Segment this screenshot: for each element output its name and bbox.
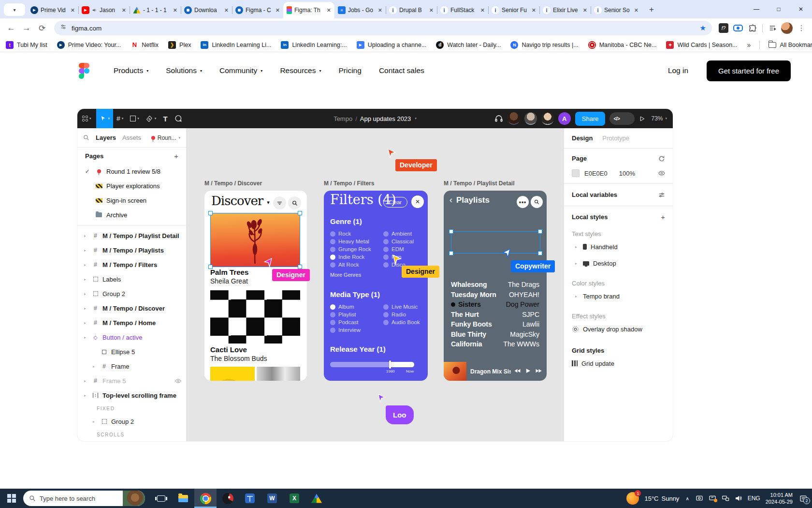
filter-option[interactable]: EDM — [383, 245, 424, 253]
radio-dot[interactable] — [383, 231, 389, 237]
tab-close-icon[interactable]: ✕ — [532, 7, 536, 14]
bookmark-item[interactable]: inLinkedIn Learning:... — [281, 41, 347, 49]
chevron-right-icon[interactable]: ▸ — [84, 277, 88, 282]
browser-tab[interactable]: iFullStack✕ — [437, 2, 488, 18]
radio-dot[interactable] — [330, 231, 335, 237]
style-row-tempo-brand[interactable]: ▸ Tempo brand — [572, 289, 665, 303]
main-menu-button[interactable]: ▾ — [77, 109, 96, 128]
page-item[interactable]: Player explorations — [77, 179, 186, 193]
nav-item-solutions[interactable]: Solutions▾ — [166, 66, 202, 75]
chevron-right-icon[interactable]: ▸ — [84, 234, 88, 238]
taskbar-search[interactable]: Type here to search — [23, 491, 145, 506]
move-tool-button[interactable]: ▾ — [96, 109, 114, 128]
tab-close-icon[interactable]: ✕ — [173, 7, 177, 14]
add-style-icon[interactable]: + — [661, 213, 665, 221]
tab-audio-icon[interactable] — [92, 8, 97, 13]
search-highlight-image[interactable] — [123, 491, 145, 506]
selection-handle[interactable] — [538, 251, 542, 255]
page-color-swatch[interactable] — [572, 169, 580, 177]
frame-tool-button[interactable]: #▾ — [113, 109, 127, 128]
bookmark-item[interactable]: inLinkedIn Learning Li... — [201, 41, 271, 49]
browser-tab[interactable]: iDrupal B✕ — [386, 2, 437, 18]
browser-tab[interactable]: Figma: Th✕ — [283, 2, 334, 18]
chevron-right-icon[interactable]: ▸ — [84, 335, 88, 340]
browser-tab[interactable]: ≡Jobs - Go✕ — [334, 2, 386, 18]
browser-tab[interactable]: - 1 - 1 - 1✕ — [130, 2, 181, 18]
text-tool-button[interactable]: T — [160, 109, 171, 128]
more-options-button[interactable]: ••• — [517, 196, 529, 208]
chevron-right-icon[interactable]: ▸ — [84, 321, 88, 325]
zoom-control[interactable]: 73%▾ — [651, 115, 667, 122]
volume-icon[interactable] — [735, 495, 742, 502]
empty-selection-outline[interactable] — [451, 231, 540, 254]
clock[interactable]: 10:01 AM 2024-05-29 — [766, 492, 793, 506]
search-icon[interactable] — [83, 134, 89, 141]
tab-close-icon[interactable]: ✕ — [429, 7, 434, 14]
radio-dot[interactable] — [330, 247, 335, 252]
style-row-grid-update[interactable]: Grid update — [572, 356, 665, 371]
bookmark-star-icon[interactable]: ★ — [700, 24, 706, 32]
layer-item[interactable]: ▸#M / Tempo / Discover — [77, 301, 186, 315]
filter-option[interactable]: Album — [330, 303, 383, 311]
file-title[interactable]: Tempo / App updates 2023 ▾ — [334, 109, 417, 128]
language-indicator[interactable]: ENG — [748, 495, 760, 502]
radio-dot[interactable] — [383, 239, 389, 244]
tab-close-icon[interactable]: ✕ — [224, 7, 229, 14]
pen-tool-button[interactable]: ▾ — [143, 109, 160, 128]
tab-search-button[interactable]: ▾ — [4, 3, 25, 16]
bookmark-item[interactable]: NNetflix — [130, 41, 159, 49]
bookmark-item[interactable]: Manitoba - CBC Ne... — [588, 41, 657, 49]
selection-handle[interactable] — [449, 251, 453, 255]
song-row[interactable]: Tuesday MornOHYEAH! — [451, 290, 539, 300]
filter-option[interactable]: Live Music — [383, 303, 424, 311]
action-center-icon[interactable]: 2 — [799, 495, 807, 502]
layer-item[interactable]: ▸#M / Tempo / Playlist Detail — [77, 228, 186, 243]
layer-item[interactable]: ▸Group 2 — [77, 414, 186, 429]
style-row-handheld[interactable]: ▸ Handheld — [572, 239, 665, 254]
filter-option[interactable]: Podcast — [330, 318, 383, 326]
fast-forward-icon[interactable] — [535, 368, 542, 374]
filter-option[interactable]: Ambient — [383, 230, 424, 238]
layer-item[interactable]: ▸Group 2 — [77, 440, 186, 441]
forward-button[interactable]: → — [19, 21, 34, 35]
layer-item[interactable]: ▸#Frame 5 — [77, 374, 186, 388]
radio-dot[interactable] — [383, 262, 389, 268]
clear-filters-button[interactable]: Clear — [383, 197, 407, 208]
radio-dot[interactable] — [383, 320, 389, 325]
maximize-button[interactable]: □ — [768, 0, 790, 18]
bookmark-item[interactable]: ❯Plex — [168, 41, 191, 49]
chevron-right-icon[interactable]: ▸ — [84, 263, 88, 267]
layer-item[interactable]: ▸◇Button / active — [77, 330, 186, 344]
tab-close-icon[interactable]: ✕ — [122, 7, 126, 14]
chevron-down-icon[interactable]: ▾ — [267, 199, 269, 206]
bookmark-item[interactable]: dWatch later - Daily... — [436, 41, 501, 49]
bookmark-item[interactable]: NNavigo trip results |... — [510, 41, 578, 49]
browser-tab[interactable]: Figma - C✕ — [232, 2, 283, 18]
excel-button[interactable]: X — [283, 489, 305, 508]
close-button[interactable]: ✕ — [790, 0, 812, 18]
page-item[interactable]: Archive — [77, 208, 186, 222]
frame-label[interactable]: M / Tempo / Filters — [324, 180, 374, 187]
chevron-right-icon[interactable]: ▸ — [575, 261, 579, 266]
radio-dot[interactable] — [330, 262, 335, 268]
radio-dot[interactable] — [330, 312, 335, 317]
radio-dot[interactable] — [330, 239, 335, 244]
style-row-desktop[interactable]: ▸ Desktop — [572, 256, 665, 270]
new-tab-button[interactable]: + — [645, 3, 658, 16]
side-panel-icon[interactable] — [766, 21, 779, 35]
chevron-right-icon[interactable]: ▸ — [84, 292, 88, 296]
album-art-cacti-love[interactable] — [210, 290, 300, 344]
filter-option[interactable]: Pop — [383, 253, 424, 261]
chevron-right-icon[interactable]: ▸ — [84, 379, 88, 383]
local-variables-row[interactable]: Local variables — [564, 184, 673, 206]
collaborator-avatar[interactable] — [508, 112, 520, 125]
frame-label[interactable]: M / Tempo / Playlist Detail — [444, 180, 514, 187]
address-bar[interactable]: figma.com ★ — [54, 21, 712, 35]
figma-logo[interactable] — [79, 63, 89, 79]
page-color-hex[interactable]: E0E0E0 — [584, 170, 608, 177]
search-button[interactable] — [288, 196, 301, 209]
chevron-right-icon[interactable]: ▸ — [575, 245, 579, 249]
tab-layers[interactable]: Layers — [96, 134, 116, 141]
browser-tab[interactable]: iSenior Fu✕ — [488, 2, 539, 18]
nav-item-community[interactable]: Community▾ — [219, 66, 262, 75]
